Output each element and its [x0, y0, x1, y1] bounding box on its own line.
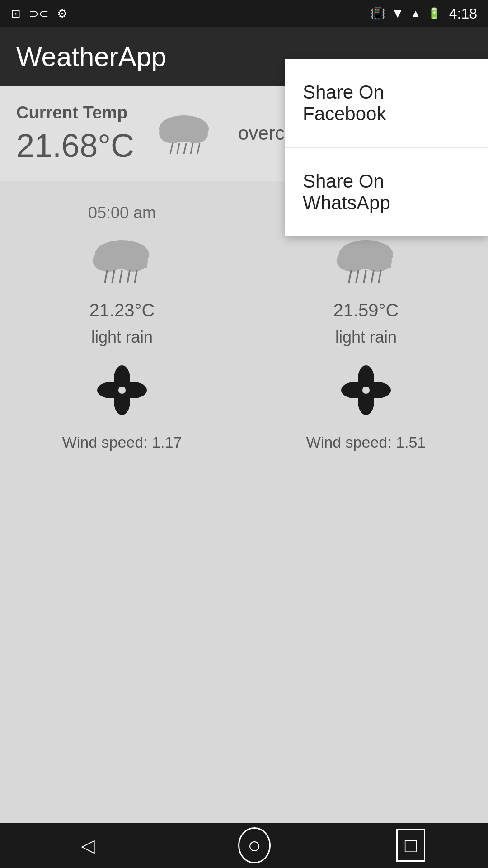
svg-line-8 — [197, 143, 200, 154]
share-dropdown: Share On Facebook Share On WhatsApp — [285, 59, 488, 236]
forecast-item-0: 05:00 am 21.23°C light rain — [0, 194, 244, 469]
recent-button[interactable]: □ — [396, 829, 426, 862]
forecast-desc-0: light rain — [91, 328, 153, 347]
current-weather-icon — [148, 106, 220, 160]
svg-line-13 — [105, 270, 107, 283]
forecast-time-0: 05:00 am — [88, 203, 156, 222]
battery-icon: 🔋 — [427, 7, 441, 20]
wind-speed-0: Wind speed: 1.17 — [62, 434, 182, 451]
svg-line-27 — [349, 270, 351, 283]
current-temp-label: Current Temp — [16, 103, 134, 123]
home-button[interactable]: ○ — [238, 827, 271, 863]
svg-line-29 — [364, 270, 366, 283]
bug-icon: ⚙ — [57, 7, 67, 21]
svg-line-31 — [379, 270, 381, 283]
wind-speed-1: Wind speed: 1.51 — [306, 434, 426, 451]
share-facebook-button[interactable]: Share On Facebook — [285, 59, 488, 148]
status-bar-left: ⊡ ⊃⊂ ⚙ — [11, 7, 67, 21]
current-temp-info: Current Temp 21.68°C — [16, 103, 134, 164]
svg-line-6 — [184, 143, 186, 154]
svg-line-7 — [191, 143, 193, 154]
forecast-temp-0: 21.23°C — [89, 300, 155, 321]
vibrate-icon: 📳 — [371, 7, 385, 21]
forecast-desc-1: light rain — [335, 328, 397, 347]
svg-line-30 — [371, 270, 374, 283]
forecast-weather-icon-0 — [79, 230, 165, 293]
back-button[interactable]: ◁ — [63, 828, 113, 863]
svg-line-5 — [177, 143, 179, 154]
svg-point-22 — [118, 387, 126, 394]
svg-line-28 — [356, 270, 358, 283]
clock: 4:18 — [449, 5, 477, 22]
app-title: WeatherApp — [16, 41, 166, 72]
status-bar: ⊡ ⊃⊂ ⚙ 📳 ▼ ▲ 🔋 4:18 — [0, 0, 488, 27]
forecast-weather-icon-1 — [323, 230, 409, 293]
status-bar-right: 📳 ▼ ▲ 🔋 4:18 — [371, 5, 477, 22]
wifi-icon: ▼ — [391, 6, 404, 21]
svg-rect-3 — [164, 132, 204, 141]
svg-line-15 — [120, 270, 122, 283]
app-header: WeatherApp Share On Facebook Share On Wh… — [0, 27, 488, 86]
svg-rect-26 — [341, 259, 391, 268]
wind-icon-0 — [95, 363, 149, 417]
svg-line-16 — [127, 270, 130, 283]
svg-line-4 — [170, 143, 173, 154]
forecast-temp-1: 21.59°C — [333, 300, 399, 321]
signal-icon: ▲ — [410, 7, 421, 20]
voicemail-icon: ⊃⊂ — [29, 7, 49, 21]
svg-line-17 — [135, 270, 137, 283]
share-whatsapp-button[interactable]: Share On WhatsApp — [285, 148, 488, 236]
svg-line-14 — [112, 270, 114, 283]
image-icon: ⊡ — [11, 7, 21, 21]
svg-point-36 — [362, 387, 370, 394]
svg-rect-12 — [97, 259, 147, 268]
bottom-navigation: ◁ ○ □ — [0, 823, 488, 868]
current-temp-value: 21.68°C — [16, 127, 134, 164]
wind-icon-1 — [339, 363, 393, 417]
